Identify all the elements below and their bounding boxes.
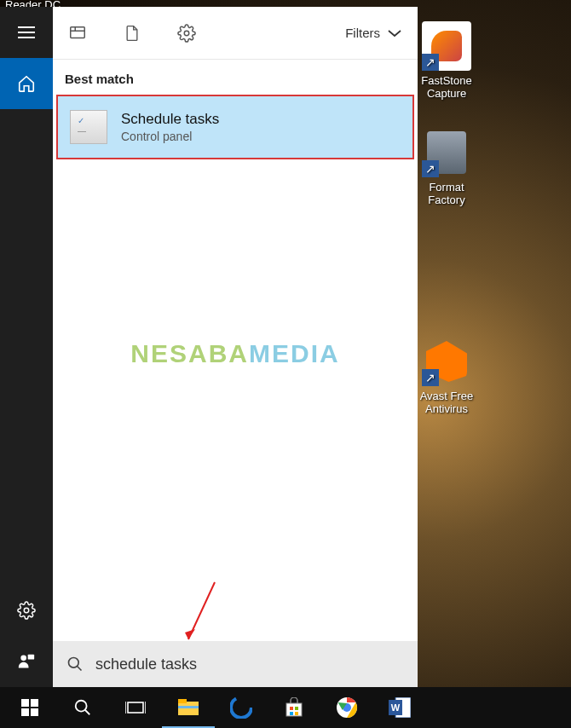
taskbar-chrome[interactable]: [320, 687, 373, 728]
control-panel-icon: [70, 110, 107, 144]
best-match-heading: Best match: [53, 60, 418, 95]
taskbar: W: [0, 687, 571, 728]
svg-point-19: [231, 697, 251, 718]
desktop-icon-faststone[interactable]: ↗ FastStone Capture: [409, 21, 484, 100]
search-result-schedule-tasks[interactable]: Schedule tasks Control panel: [56, 95, 414, 159]
svg-rect-23: [290, 712, 293, 715]
svg-rect-11: [21, 708, 29, 716]
svg-rect-10: [31, 699, 38, 707]
svg-rect-15: [128, 702, 143, 713]
result-title: Schedule tasks: [121, 111, 219, 128]
formatfactory-icon: ↗: [422, 128, 471, 177]
svg-line-8: [78, 667, 82, 671]
svg-rect-24: [295, 712, 298, 715]
filters-dropdown[interactable]: Filters: [345, 26, 402, 40]
cortana-sidebar: [0, 7, 53, 687]
faststone-icon: ↗: [422, 21, 471, 71]
search-panel-header: Filters: [53, 7, 418, 60]
desktop-icon-label: Format Factory: [409, 181, 484, 206]
search-icon: [66, 656, 84, 673]
settings-button[interactable]: [0, 585, 53, 636]
filters-label: Filters: [345, 26, 380, 40]
svg-point-0: [24, 608, 29, 613]
svg-rect-21: [290, 707, 293, 710]
shortcut-arrow-icon: ↗: [422, 369, 439, 386]
svg-line-14: [85, 710, 90, 715]
home-button[interactable]: [0, 58, 53, 109]
taskbar-file-explorer[interactable]: [162, 687, 215, 728]
desktop-icon-formatfactory[interactable]: ↗ Format Factory: [409, 128, 484, 206]
svg-text:W: W: [391, 702, 401, 713]
taskbar-word[interactable]: W: [373, 687, 426, 728]
svg-point-4: [184, 31, 189, 36]
apps-filter-icon[interactable]: [68, 24, 87, 43]
taskbar-edge[interactable]: [215, 687, 268, 728]
result-subtitle: Control panel: [121, 130, 219, 143]
svg-marker-6: [185, 629, 195, 639]
svg-rect-12: [31, 708, 38, 716]
shortcut-arrow-icon: ↗: [422, 54, 439, 71]
svg-rect-2: [28, 655, 34, 660]
avast-icon: ↗: [422, 337, 471, 386]
desktop-icon-label: FastStone Capture: [409, 74, 484, 100]
svg-rect-9: [21, 699, 29, 707]
search-input[interactable]: [95, 656, 404, 673]
feedback-button[interactable]: [0, 636, 53, 687]
desktop-icon-avast[interactable]: ↗ Avast Free Antivirus: [409, 337, 484, 415]
desktop-icon-label: Avast Free Antivirus: [409, 390, 484, 415]
task-view-button[interactable]: [109, 687, 162, 728]
search-input-bar: [53, 641, 418, 687]
hamburger-menu-button[interactable]: [0, 7, 53, 58]
annotation-arrow-icon: [176, 578, 228, 655]
svg-rect-20: [286, 703, 302, 716]
svg-point-13: [76, 701, 87, 712]
svg-point-1: [20, 656, 26, 662]
svg-rect-17: [178, 699, 187, 703]
shortcut-arrow-icon: ↗: [422, 160, 439, 177]
start-button[interactable]: [3, 687, 56, 728]
svg-rect-22: [295, 707, 298, 710]
settings-filter-icon[interactable]: [177, 24, 196, 43]
documents-filter-icon[interactable]: [123, 24, 141, 43]
watermark-text: NESABAMEDIA: [130, 339, 339, 368]
taskbar-search-button[interactable]: [56, 687, 109, 728]
chevron-down-icon: [387, 28, 402, 38]
svg-rect-3: [71, 26, 85, 38]
taskbar-store[interactable]: [268, 687, 320, 728]
svg-rect-18: [178, 706, 199, 708]
svg-point-7: [69, 658, 79, 668]
search-results-panel: Filters Best match Schedule tasks Contro…: [53, 7, 418, 687]
